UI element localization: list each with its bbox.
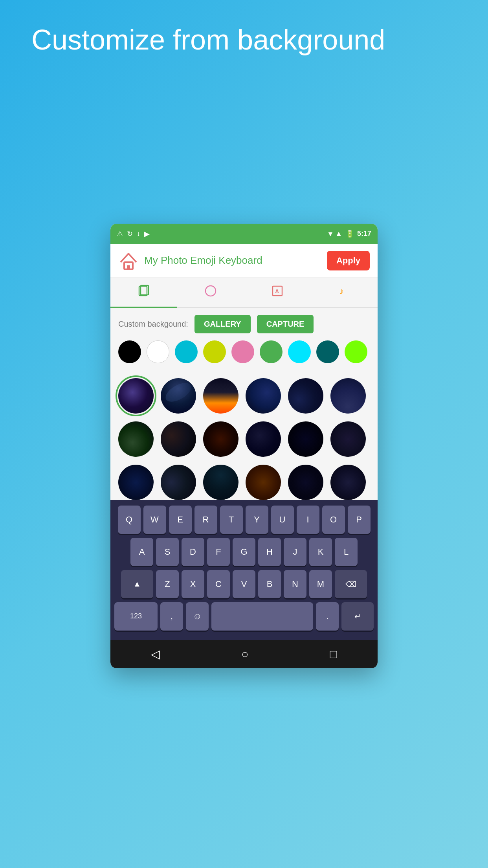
img-sunset-space[interactable] (203, 378, 238, 414)
key-j[interactable]: J (284, 538, 306, 566)
emoji-tab-icon (204, 285, 217, 300)
keyboard-row-2: A S D F G H J K L (114, 538, 374, 566)
img-planet-rings[interactable] (118, 421, 154, 457)
key-g[interactable]: G (233, 538, 255, 566)
img-milky-way1[interactable] (161, 378, 196, 414)
color-lime[interactable] (203, 340, 226, 363)
color-teal[interactable] (175, 340, 198, 363)
nav-home-icon[interactable]: ○ (241, 647, 248, 661)
key-b[interactable]: B (258, 570, 281, 598)
key-i[interactable]: I (297, 506, 319, 534)
home-icon[interactable] (118, 250, 139, 271)
img-purple-galaxy[interactable] (118, 378, 154, 414)
capture-button[interactable]: CAPTURE (257, 315, 314, 333)
key-c[interactable]: C (207, 570, 230, 598)
key-d[interactable]: D (182, 538, 204, 566)
key-t[interactable]: T (220, 506, 243, 534)
svg-text:A: A (275, 288, 279, 294)
phone-frame: ⚠ ↻ ↓ ▶ ▾ ▲ 🔋 5:17 My Photo Emoji Keyboa… (110, 224, 378, 668)
key-f[interactable]: F (207, 538, 230, 566)
nav-recent-icon[interactable]: □ (330, 647, 337, 661)
numbers-key[interactable]: 123 (114, 602, 158, 631)
key-h[interactable]: H (258, 538, 281, 566)
custom-bg-label: Custom backgound: (118, 320, 188, 329)
img-space-blue[interactable] (288, 378, 323, 414)
signal-icon: ▲ (335, 230, 342, 238)
img-dark-space[interactable] (246, 421, 281, 457)
color-section: Custom backgound: GALLERY CAPTURE (110, 308, 378, 374)
img-galaxy2[interactable] (330, 421, 366, 457)
space-key[interactable] (211, 602, 313, 631)
font-tab-icon: A (271, 285, 284, 300)
app-header: My Photo Emoji Keyboard Apply (110, 244, 378, 278)
status-icons-left: ⚠ ↻ ↓ ▶ (117, 230, 150, 238)
color-darkteal[interactable] (316, 340, 339, 363)
wifi-icon: ▾ (328, 230, 332, 238)
battery-icon: 🔋 (345, 230, 354, 238)
image-grid-row2 (110, 417, 378, 461)
tab-font[interactable]: A (244, 278, 311, 307)
tab-background[interactable] (110, 278, 177, 307)
img-teal-space[interactable] (203, 465, 238, 500)
tab-sound[interactable]: ♪ (311, 278, 378, 307)
key-z[interactable]: Z (156, 570, 179, 598)
color-black[interactable] (118, 340, 141, 363)
img-blue-galaxy[interactable] (118, 465, 154, 500)
img-fire-nebula[interactable] (246, 465, 281, 500)
image-grid-row1 (110, 374, 378, 417)
img-partial-galaxy[interactable] (330, 465, 366, 500)
color-brightgreen[interactable] (345, 340, 367, 363)
img-milky-way2[interactable] (161, 465, 196, 500)
color-green[interactable] (260, 340, 283, 363)
tabs-bar: A ♪ (110, 278, 378, 308)
time-display: 5:17 (357, 230, 371, 238)
key-m[interactable]: M (309, 570, 332, 598)
key-a[interactable]: A (130, 538, 153, 566)
backspace-key[interactable]: ⌫ (335, 570, 367, 598)
key-p[interactable]: P (348, 506, 371, 534)
key-s[interactable]: S (156, 538, 179, 566)
gallery-button[interactable]: GALLERY (194, 315, 251, 333)
keyboard-row-4: 123 , ☺ . ↵ (114, 602, 374, 631)
comma-key[interactable]: , (160, 602, 183, 631)
warning-icon: ⚠ (117, 230, 123, 238)
img-balloon-space[interactable] (330, 378, 366, 414)
key-w[interactable]: W (143, 506, 166, 534)
keyboard: Q W E R T Y U I O P A S D F G H J K L ▲ … (110, 500, 378, 640)
play-icon: ▶ (144, 230, 150, 238)
key-u[interactable]: U (271, 506, 294, 534)
page-title: Customize from background (31, 24, 385, 56)
nav-back-icon[interactable]: ◁ (151, 647, 160, 661)
custom-bg-row: Custom backgound: GALLERY CAPTURE (118, 315, 370, 333)
key-q[interactable]: Q (118, 506, 141, 534)
key-l[interactable]: L (335, 538, 358, 566)
app-title: My Photo Emoji Keyboard (144, 254, 321, 267)
img-dark-nebula[interactable] (288, 465, 323, 500)
status-icons-right: ▾ ▲ 🔋 5:17 (328, 230, 371, 238)
emoji-key[interactable]: ☺ (186, 602, 209, 631)
status-bar: ⚠ ↻ ↓ ▶ ▾ ▲ 🔋 5:17 (110, 224, 378, 244)
color-pink[interactable] (231, 340, 254, 363)
shift-key[interactable]: ▲ (121, 570, 153, 598)
key-k[interactable]: K (309, 538, 332, 566)
img-nebula1[interactable] (246, 378, 281, 414)
color-cyan[interactable] (288, 340, 311, 363)
key-n[interactable]: N (284, 570, 306, 598)
key-r[interactable]: R (194, 506, 217, 534)
period-key[interactable]: . (316, 602, 339, 631)
key-x[interactable]: X (182, 570, 204, 598)
sound-tab-icon: ♪ (338, 285, 350, 300)
img-planets[interactable] (161, 421, 196, 457)
tab-emoji[interactable] (177, 278, 244, 307)
enter-key[interactable]: ↵ (341, 602, 374, 631)
key-v[interactable]: V (233, 570, 255, 598)
sync-icon: ↻ (127, 230, 133, 238)
download-icon: ↓ (137, 230, 140, 238)
color-white[interactable] (147, 340, 169, 363)
key-y[interactable]: Y (246, 506, 268, 534)
apply-button[interactable]: Apply (327, 251, 370, 270)
img-deep-space[interactable] (288, 421, 323, 457)
key-o[interactable]: O (322, 506, 345, 534)
key-e[interactable]: E (169, 506, 192, 534)
img-eclipse[interactable] (203, 421, 238, 457)
